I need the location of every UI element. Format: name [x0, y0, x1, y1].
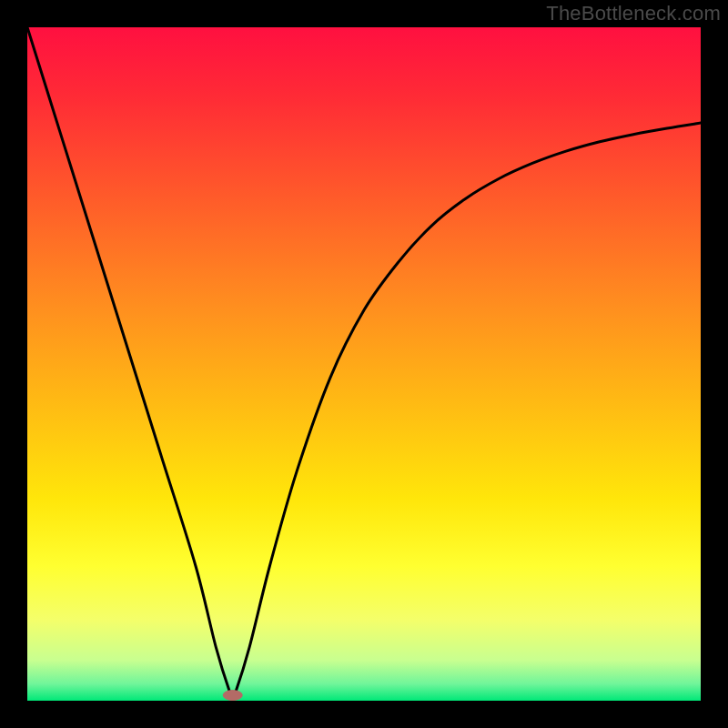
optimum-marker — [223, 690, 243, 701]
plot-area — [27, 27, 701, 701]
plot-svg — [27, 27, 701, 701]
gradient-background — [27, 27, 701, 701]
watermark-text: TheBottleneck.com — [546, 2, 721, 25]
chart-frame: TheBottleneck.com — [0, 0, 728, 728]
